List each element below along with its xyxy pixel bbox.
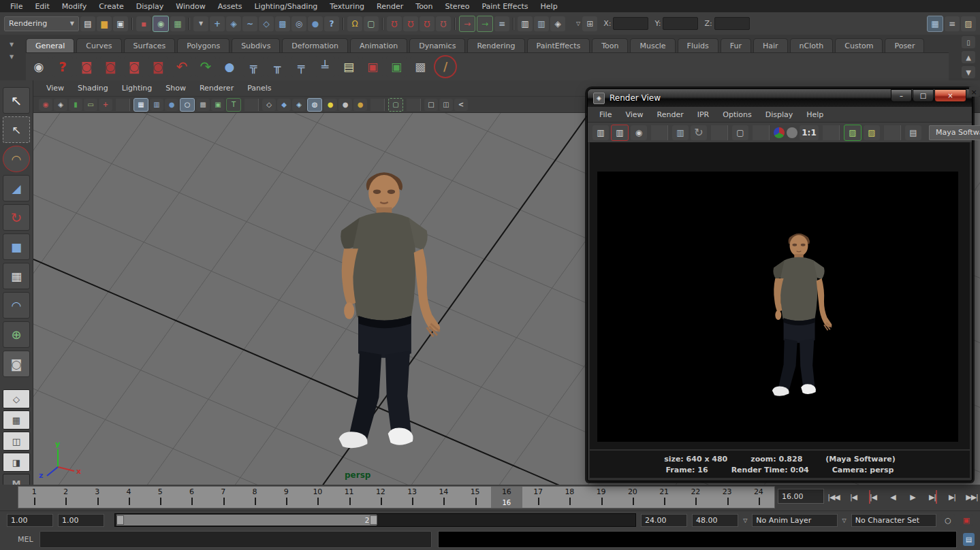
frame-cell[interactable]: 19 [586,487,617,508]
frame-cell[interactable]: 1 [18,487,50,508]
camera-zoom-icon[interactable]: ◙ [148,56,168,77]
soft-modification-icon[interactable]: ◠ [3,292,30,319]
scale-tool-icon[interactable]: ■ [3,233,30,260]
select-hierarchy-icon[interactable]: ▪ [136,16,151,31]
viewport-menu-item[interactable]: Shading [72,82,114,94]
viewport-menu-item[interactable]: Renderer [193,82,240,94]
current-time-input[interactable] [778,489,824,504]
camera-dolly-icon[interactable]: ◙ [124,56,144,77]
y-input[interactable] [663,17,698,30]
rotate-tool-icon[interactable]: ↻ [3,204,30,231]
layout-graph-pane-icon[interactable]: ◨ [3,453,30,472]
remove-image-icon[interactable]: ▨ [864,125,880,140]
highlight-selection-icon[interactable]: ▢ [364,16,379,31]
render-icon[interactable]: ▥ [592,125,609,140]
rgb-channels-icon[interactable] [774,127,785,138]
field-chart-icon[interactable]: ▩ [196,99,210,111]
layout-single-pane-icon[interactable]: ◇ [3,389,30,408]
frame-cell[interactable]: 9 [270,487,302,508]
frame-cell[interactable]: 23 [712,487,743,508]
duplicate-icon[interactable]: ▣ [362,56,383,77]
anim-layer-dropdown-icon[interactable]: ▽ [743,517,747,523]
step-forward-key-button[interactable]: ▶| [924,489,941,504]
frame-cell[interactable]: 20 [617,487,648,508]
playback-end-field[interactable]: 24.00 [641,514,687,527]
scene-review-icon[interactable]: ◉ [29,56,49,77]
menu-item[interactable]: File [4,1,29,12]
shared-nodes-icon[interactable]: < [454,99,468,111]
snapshot-icon[interactable]: ◉ [631,125,647,140]
render-view-menu-item[interactable]: Display [759,109,800,120]
set-key-icon[interactable]: ○ [941,514,955,526]
shelf-tab[interactable]: Curves [76,38,121,52]
shelf-tab[interactable]: Poser [885,38,924,52]
construction-history-icon[interactable]: ≡ [494,16,509,31]
last-tool-icon[interactable]: ◙ [3,351,30,377]
render-view-menu-item[interactable]: Render [651,109,690,120]
animation-start-field[interactable]: 1.00 [7,514,53,527]
menu-item[interactable]: Edit [29,1,55,12]
viewport-menu-item[interactable]: View [40,82,70,94]
shelf-tab[interactable]: Toon [592,38,628,52]
menu-item[interactable]: Stereo [439,1,476,12]
input-connections-icon[interactable]: → [459,16,475,32]
gate-mask-icon[interactable]: ○ [180,98,195,112]
viewport-menu-item[interactable]: Show [159,82,192,94]
refresh-ipr-icon[interactable]: ↻ [691,125,707,140]
collapse-shelf-icon[interactable]: ▼ [6,52,17,61]
menu-item[interactable]: Paint Effects [475,1,534,12]
panel-close-icon[interactable]: × [969,87,979,97]
menu-item[interactable]: Display [130,1,170,12]
ipr-render-icon[interactable]: ▥ [672,125,689,140]
shelf-tab[interactable]: Fluids [678,38,718,52]
layout-four-pane-icon[interactable]: ▦ [3,410,30,430]
lasso-select-icon[interactable]: ↖ [3,116,30,143]
shaded-icon[interactable]: ◆ [277,99,291,111]
region-render-icon[interactable]: ▢ [732,125,748,140]
frame-cell[interactable]: 13 [396,487,428,508]
move-tool-icon[interactable]: ◢ [3,175,30,201]
grid-icon[interactable]: ▦ [133,98,148,112]
shelf-tab[interactable]: Dynamics [409,38,465,52]
range-end-handle[interactable] [370,515,377,525]
shelf-tab[interactable]: General [26,38,74,52]
render-view-titlebar[interactable]: ◈ Render View – □ × [588,89,972,107]
play-forwards-button[interactable]: ▶ [904,489,921,504]
shelf-tab[interactable]: nCloth [790,38,834,52]
ipr-render-icon[interactable]: ▥ [534,16,549,31]
renderer-dropdown[interactable]: Maya Software [929,125,980,140]
render-view-menu-item[interactable]: Help [800,109,829,120]
universal-manipulator-icon[interactable]: ▦ [3,263,30,289]
frame-cell[interactable]: 24 [743,487,774,508]
range-slider-track[interactable]: 1 24 [114,513,636,527]
shelf-tab[interactable]: Fur [721,38,751,52]
shelf-tab[interactable]: Polygons [177,38,230,52]
scroll-up-icon[interactable]: ▲ [962,51,975,63]
render-settings-icon[interactable]: ◈ [550,16,565,31]
menu-item[interactable]: Create [93,1,130,12]
frame-cell[interactable]: 21 [648,487,680,508]
render-view-menu-item[interactable]: View [619,109,649,120]
snap-plane-icon[interactable]: ◇ [259,16,274,31]
display-real-size-icon[interactable]: 1:1 [800,125,819,140]
combine-icon[interactable]: ▩ [410,56,430,77]
wireframe-icon[interactable]: ◇ [262,99,276,111]
frame-cell[interactable]: 2 [50,487,81,508]
auto-keyframe-icon[interactable]: ▣ [960,514,973,526]
frame-cell[interactable]: 16 16 [491,487,522,508]
shelf-tab[interactable]: Surfaces [124,38,176,52]
camera-track-icon[interactable]: ◙ [100,56,121,77]
show-manipulator-icon[interactable]: ⊕ [3,321,30,348]
help-mode-icon[interactable]: ? [324,16,339,31]
step-back-key-button[interactable]: |◀ [865,489,881,504]
trash-icon[interactable]: ▯ [962,36,975,48]
close-button[interactable]: × [934,89,966,102]
xray-icon[interactable]: □ [424,99,438,111]
anim-layer-selector[interactable]: No Anim Layer [752,514,837,527]
alpha-channel-icon[interactable] [787,127,797,138]
z-input[interactable] [714,17,750,30]
go-to-end-button[interactable]: ▶▶| [964,489,980,504]
animation-end-field[interactable]: 48.00 [692,514,738,527]
ungroup-icon[interactable]: ╧ [315,56,335,77]
backface-icon[interactable]: ◫ [439,99,453,111]
